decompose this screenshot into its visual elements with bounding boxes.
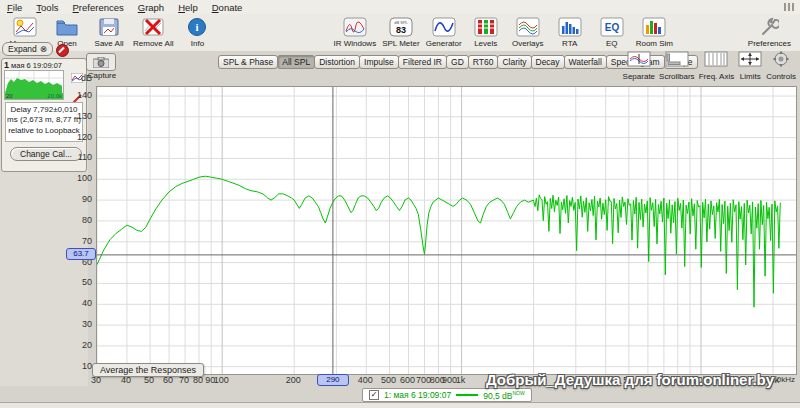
thumb-min-label: 20 [6,93,13,99]
tab-all-spl[interactable]: All SPL [277,55,315,69]
tab-impulse[interactable]: Impulse [359,55,399,69]
svg-text:EQ: EQ [604,22,619,33]
x-tick-900: 900 [433,375,467,385]
x-tick-500: 500 [372,375,406,385]
menu-item-help[interactable]: Help [171,1,205,14]
tab-waterfall[interactable]: Waterfall [564,55,607,69]
scrollbars-icon [665,51,689,71]
x-tick-300: 300 [318,375,352,385]
status-bar [0,402,800,408]
overlays-icon [514,16,542,38]
ir-windows-button[interactable]: IR Windows [330,14,379,48]
tab-clarity[interactable]: Clarity [497,55,531,69]
spl-chart [97,87,796,374]
x-tick-600: 600 [390,375,424,385]
tab-distortion[interactable]: Distortion [314,55,360,69]
limits-button[interactable]: Limits [738,51,762,81]
rta-button[interactable]: RTA [549,14,591,48]
ir-windows-label: IR Windows [333,39,376,48]
info-button[interactable]: iInfo [176,14,218,48]
legend-checkbox[interactable]: ✓ [369,390,379,400]
controls-label: Controls [766,72,796,81]
overlays-button[interactable]: Overlays [507,14,549,48]
separate-button[interactable]: Separate [623,51,655,81]
scrollbars-label: Scrollbars [659,72,695,81]
limits-icon [738,51,762,71]
generator-button[interactable]: Generator [423,14,465,48]
room-sim-label: Room Sim [636,39,673,48]
x-tick-400: 400 [348,375,382,385]
measurements-panel: Expand ⊗ 1 мая 6 19:09:07 20 20,0k Delay… [0,51,88,402]
measurement-title: 1 мая 6 19:09:07 [4,60,62,70]
x-tick-100: 100 [204,375,238,385]
change-cal-button[interactable]: Change Cal... [10,147,82,161]
measure-icon [11,16,39,38]
menu-bar: FileToolsPreferencesGraphHelpDonate [0,0,800,15]
x-tick-700: 700 [406,375,440,385]
menu-item-preferences[interactable]: Preferences [66,1,131,14]
tab-spl-phase[interactable]: SPL & Phase [218,55,278,69]
collapse-icon: ⊗ [40,44,47,54]
menu-item-graph[interactable]: Graph [131,1,171,14]
controls-icon [769,51,793,71]
save-all-icon [95,16,123,38]
separate-icon [627,51,651,71]
levels-icon [472,16,500,38]
levels-label: Levels [474,39,497,48]
scrollbars-button[interactable]: Scrollbars [659,51,695,81]
expand-button[interactable]: Expand ⊗ [2,42,53,56]
menu-item-tools[interactable]: Tools [29,1,65,14]
measurement-thumbnail[interactable]: 20 20,0k [4,70,64,100]
separate-label: Separate [623,72,655,81]
eq-button[interactable]: EQEQ [591,14,633,48]
capture-button[interactable] [86,53,116,71]
expand-label: Expand [8,44,37,54]
open-icon [53,16,81,38]
legend-entry: ✓ 1: мая 6 19:09:07 90,5 dBNOW [362,388,532,402]
watermark-text: Добрый_Дедушка для forum.onliner.by [486,371,774,388]
menu-item-file[interactable]: File [0,1,29,14]
tab-decay[interactable]: Decay [531,55,565,69]
save-all-button[interactable]: Save All [88,14,130,48]
spl-meter-label: SPL Meter [382,39,420,48]
thumb-max-label: 20,0k [46,93,63,99]
info-label: Info [191,39,204,48]
toolbar: MeasureOpenSave AllRemove AlliInfo IR Wi… [0,14,800,52]
legend-trace-color-sample [456,394,478,396]
open-button[interactable]: Open [46,14,88,48]
spl-plot-area[interactable] [96,86,797,375]
remove-all-label: Remove All [133,39,173,48]
camera-icon [93,57,109,68]
generator-label: Generator [426,39,462,48]
tab-gd[interactable]: GD [446,55,469,69]
spl-meter-icon: dB SPL83 [387,16,415,38]
freq-axis-icon [704,51,728,71]
cursor-frequency-readout: 290 [317,374,349,386]
measurement-item[interactable]: 1 мая 6 19:09:07 20 20,0k Delay 7,792±0,… [1,58,87,172]
delay-line-3: relative to Loopback [6,126,82,136]
spl-meter-button[interactable]: dB SPL83SPL Meter [379,14,423,48]
svg-text:i: i [196,21,199,33]
measurement-status-icon[interactable] [56,44,69,57]
save-all-label: Save All [95,39,124,48]
eq-label: EQ [606,39,618,48]
window-grip-icon [784,3,794,11]
rta-icon [556,16,584,38]
remove-all-button[interactable]: Remove All [130,14,176,48]
controls-button[interactable]: Controls [766,51,796,81]
limits-label: Limits [740,72,761,81]
levels-button[interactable]: Levels [465,14,507,48]
x-tick-1k: 1k [444,375,478,385]
legend-bar: ✓ 1: мая 6 19:09:07 90,5 dBNOW [0,386,800,402]
freq-axis-button[interactable]: Freq. Axis [699,51,735,81]
delay-line-2: ms (2,673 m, 8,77 ft) [6,115,82,125]
menu-item-donate[interactable]: Donate [205,1,250,14]
average-responses-button[interactable]: Average the Responses [92,363,204,377]
room-sim-button[interactable]: Room Sim [633,14,676,48]
legend-measurement-name: 1: мая 6 19:09:07 [384,390,451,400]
generator-icon [430,16,458,38]
tab-filtered-ir[interactable]: Filtered IR [398,55,447,69]
preferences-button[interactable]: Preferences [745,14,794,48]
freq-axis-label: Freq. Axis [699,72,735,81]
tab-rt60[interactable]: RT60 [468,55,499,69]
